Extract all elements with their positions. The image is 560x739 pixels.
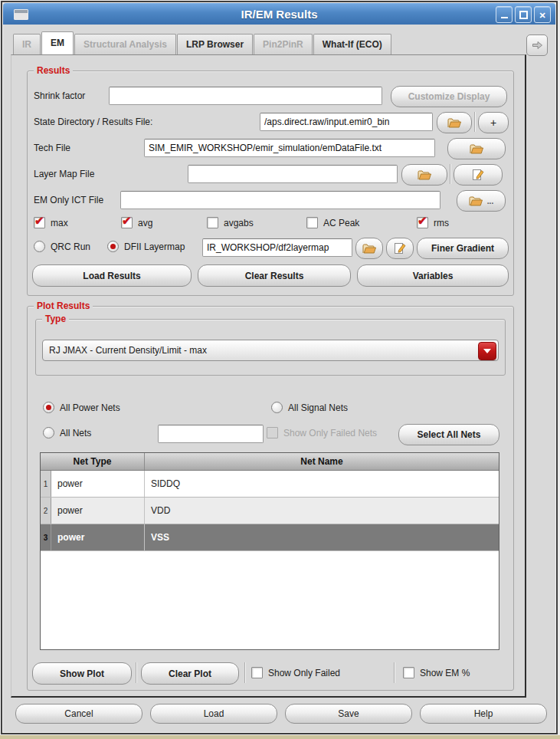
divider bbox=[450, 164, 450, 184]
finer-gradient-button[interactable]: Finer Gradient bbox=[417, 238, 509, 259]
help-label: Help bbox=[474, 708, 493, 719]
type-legend: Type bbox=[42, 314, 69, 324]
column-header-net-type[interactable]: Net Type bbox=[41, 453, 145, 470]
radio-dot bbox=[43, 402, 54, 413]
variables-button[interactable]: Variables bbox=[357, 264, 509, 287]
checkbox-box bbox=[403, 667, 414, 678]
add-results-file-button[interactable] bbox=[478, 112, 509, 133]
checkbox-box bbox=[207, 217, 218, 228]
tab-bar: IR EM Structural Analysis LRP Browser Pi… bbox=[13, 31, 392, 54]
type-section: Type RJ JMAX - Current Density/Limit - m… bbox=[35, 319, 506, 376]
dfii-layermap-edit-button[interactable] bbox=[386, 238, 414, 259]
select-all-nets-label: Select All Nets bbox=[418, 429, 481, 440]
checkbox-avgabs[interactable]: avgabs bbox=[207, 217, 254, 228]
tab-ir[interactable]: IR bbox=[13, 34, 41, 54]
folder-icon bbox=[418, 170, 431, 180]
state-directory-label: State Directory / Results File: bbox=[34, 117, 152, 127]
radio-all-power-nets[interactable]: All Power Nets bbox=[43, 402, 120, 413]
tab-em[interactable]: EM bbox=[41, 31, 74, 54]
row-number: 1 bbox=[41, 471, 51, 497]
tech-file-label: Tech File bbox=[34, 143, 70, 153]
window-title: IR/EM Results bbox=[3, 8, 555, 21]
state-directory-input[interactable] bbox=[260, 113, 433, 131]
plot-results-legend: Plot Results bbox=[34, 301, 93, 311]
checkbox-box bbox=[121, 217, 133, 228]
divider bbox=[474, 112, 475, 132]
close-icon bbox=[539, 8, 545, 21]
variables-label: Variables bbox=[413, 271, 454, 281]
layer-map-file-input[interactable] bbox=[188, 165, 398, 183]
table-row[interactable]: 2 power VDD bbox=[41, 498, 499, 524]
tab-structural-analysis[interactable]: Structural Analysis bbox=[74, 34, 176, 54]
checkbox-max[interactable]: max bbox=[34, 217, 68, 228]
maximize-button[interactable] bbox=[515, 6, 532, 23]
results-section: Results Shrink factor Customize Display … bbox=[27, 71, 514, 296]
customize-display-label: Customize Display bbox=[408, 91, 490, 102]
checkbox-show-only-failed[interactable]: Show Only Failed bbox=[251, 667, 340, 678]
shrink-factor-input[interactable] bbox=[109, 87, 382, 105]
radio-dot bbox=[34, 241, 45, 252]
checkbox-show-em-percent[interactable]: Show EM % bbox=[403, 667, 470, 678]
dialog-window: IR/EM Results IR EM Structural Analysis … bbox=[1, 1, 558, 734]
em-only-ict-browse-button[interactable] bbox=[457, 190, 506, 212]
layer-map-edit-button[interactable] bbox=[454, 164, 503, 186]
em-only-ict-file-input[interactable] bbox=[120, 191, 440, 209]
tab-lrp-browser[interactable]: LRP Browser bbox=[177, 34, 253, 54]
titlebar[interactable]: IR/EM Results bbox=[3, 3, 555, 25]
plot-type-value: RJ JMAX - Current Density/Limit - max bbox=[49, 345, 207, 356]
clear-plot-button[interactable]: Clear Plot bbox=[141, 662, 239, 685]
radio-dfii-layermap[interactable]: DFII Layermap bbox=[107, 241, 185, 252]
checkbox-ac-peak[interactable]: AC Peak bbox=[306, 217, 359, 228]
checkbox-box bbox=[34, 217, 45, 228]
finer-gradient-label: Finer Gradient bbox=[431, 243, 494, 254]
tech-file-browse-button[interactable] bbox=[447, 138, 506, 159]
dfii-layermap-input[interactable] bbox=[202, 238, 352, 257]
tab-what-if-eco[interactable]: What-If (ECO) bbox=[313, 34, 391, 54]
load-results-button[interactable]: Load Results bbox=[32, 264, 192, 287]
radio-all-nets[interactable]: All Nets bbox=[43, 427, 91, 438]
layer-map-browse-button[interactable] bbox=[401, 164, 447, 186]
edit-pencil-icon bbox=[394, 242, 406, 255]
window-controls bbox=[496, 6, 551, 23]
load-button[interactable]: Load bbox=[150, 704, 277, 724]
select-all-nets-button[interactable]: Select All Nets bbox=[398, 424, 499, 445]
show-only-failed-label: Show Only Failed bbox=[268, 668, 340, 678]
tech-file-input[interactable] bbox=[144, 139, 435, 157]
cancel-button[interactable]: Cancel bbox=[15, 704, 142, 724]
checkbox-max-label: max bbox=[51, 218, 68, 228]
tab-pin2pinr[interactable]: Pin2PinR bbox=[254, 34, 313, 54]
checkbox-box bbox=[417, 217, 428, 228]
net-type-cell: power bbox=[51, 471, 145, 497]
row-number: 2 bbox=[41, 498, 51, 524]
column-header-net-name[interactable]: Net Name bbox=[145, 453, 499, 470]
maximize-icon bbox=[519, 11, 528, 19]
arrow-right-icon bbox=[532, 41, 543, 50]
show-plot-button[interactable]: Show Plot bbox=[32, 662, 132, 685]
folder-icon bbox=[362, 244, 376, 254]
radio-qrc-run[interactable]: QRC Run bbox=[34, 241, 90, 252]
state-directory-browse-button[interactable] bbox=[437, 112, 472, 133]
table-row-selected[interactable]: 3 power VSS bbox=[41, 524, 499, 551]
minimize-button[interactable] bbox=[496, 6, 513, 23]
edit-pencil-icon bbox=[472, 169, 484, 181]
divider bbox=[136, 662, 136, 683]
net-name-cell: VSS bbox=[145, 524, 499, 550]
save-button[interactable]: Save bbox=[285, 704, 412, 724]
clear-results-button[interactable]: Clear Results bbox=[198, 264, 351, 287]
radio-all-signal-nets[interactable]: All Signal Nets bbox=[271, 402, 348, 413]
radio-dot bbox=[107, 241, 119, 252]
dfii-layermap-browse-button[interactable] bbox=[355, 238, 383, 259]
checkbox-rms[interactable]: rms bbox=[417, 217, 449, 228]
checkbox-avgabs-label: avgabs bbox=[224, 218, 254, 228]
show-only-failed-nets-label: Show Only Failed Nets bbox=[283, 428, 377, 438]
net-filter-input[interactable] bbox=[158, 425, 264, 443]
customize-display-button: Customize Display bbox=[391, 86, 507, 107]
tab-scroll-right-button[interactable] bbox=[526, 34, 548, 56]
table-row[interactable]: 1 power SIDDQ bbox=[41, 471, 499, 498]
help-button[interactable]: Help bbox=[420, 704, 547, 724]
checkbox-avg[interactable]: avg bbox=[121, 217, 152, 228]
clear-plot-label: Clear Plot bbox=[169, 668, 211, 679]
cancel-label: Cancel bbox=[64, 708, 93, 719]
close-button[interactable] bbox=[534, 6, 551, 23]
plot-type-dropdown[interactable]: RJ JMAX - Current Density/Limit - max bbox=[42, 340, 499, 361]
